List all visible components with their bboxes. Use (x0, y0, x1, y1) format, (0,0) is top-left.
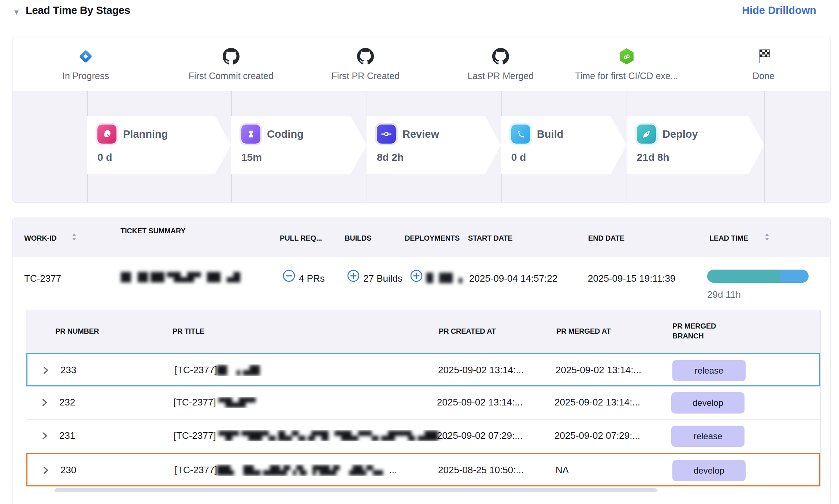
pr-created-at: 2025-08-25 10:50:... (438, 464, 524, 476)
ticket-summary-redacted: █▌▐█ ██ ▀█▄█▀ ▐█▌ ▄█ (121, 272, 240, 282)
col-end-date: END DATE (588, 233, 624, 243)
col-pull-requests: PULL REQ... (280, 233, 322, 243)
branch-badge: develop (671, 392, 745, 414)
pr-title: [TC-2377] ▀█▄█▀▘ (174, 397, 259, 408)
stage-divider (764, 91, 765, 203)
chevron-right-icon[interactable] (39, 397, 49, 409)
pr-title: [TC-2377] ▀█▀ ▀██▀▄ █▄▀▄ ▟▀█ ▝▜█▄▀▀▄ ▄█▀… (174, 430, 449, 441)
milestone-done: Done (701, 37, 826, 81)
col-pr-created-at: PR CREATED AT (439, 326, 496, 336)
rocket-icon (637, 125, 656, 144)
milestone-last-pr-merged: Last PR Merged (438, 37, 563, 81)
stage-name: Coding (267, 128, 304, 140)
checkered-flag-icon (701, 45, 826, 68)
stage-coding[interactable]: Coding 15m (231, 116, 367, 174)
col-pr-merged-at: PR MERGED AT (556, 326, 611, 336)
stage-duration: 21d 8h (637, 152, 764, 163)
stage-name: Planning (123, 128, 168, 140)
milestone-label: First Commit created (169, 71, 293, 81)
pr-title: [TC-2377]█▌ ▗ ▄█▌ (175, 364, 263, 376)
pull-requests-count: 4 PRs (299, 273, 325, 284)
pr-row-231[interactable]: 231 [TC-2377] ▀█▀ ▀██▀▄ █▄▀▄ ▟▀█ ▝▜█▄▀▀▄… (26, 420, 820, 453)
milestone-label: Done (701, 71, 826, 81)
col-work-id: WORK-ID (24, 233, 57, 243)
github-icon (438, 45, 563, 68)
col-pr-title: PR TITLE (172, 326, 204, 336)
milestone-cicd: ∞ Time for first CI/CD exe... (564, 37, 689, 81)
milestone-in-progress: In Progress (23, 37, 148, 81)
lead-time-by-stages-panel: ▼ Lead Time By Stages Hide Drilldown In … (0, 0, 839, 504)
horizontal-scrollbar-thumb[interactable] (55, 488, 657, 492)
pr-created-at: 2025-09-02 07:29:... (437, 430, 523, 441)
pr-number: 230 (60, 464, 76, 476)
expand-deployments-button[interactable] (410, 269, 423, 282)
pr-title: [TC-2377]██▖ ▐█▄ ▄█▙▛ ▞▙ ▐▜█▟▘ ▗█▙▀▄▖ ..… (175, 464, 397, 476)
branch-badge: release (672, 360, 746, 381)
stage-duration: 8d 2h (377, 152, 501, 163)
start-date-value: 2025-09-04 14:57:22 (469, 273, 557, 284)
pr-merged-at: NA (556, 464, 569, 476)
col-ticket-summary: TICKET SUMMARY (120, 226, 186, 236)
pr-number: 233 (60, 364, 76, 376)
col-start-date: START DATE (468, 233, 513, 243)
pr-row-230[interactable]: 230 [TC-2377]██▖ ▐█▄ ▄█▙▛ ▞▙ ▐▜█▟▘ ▗█▙▀▄… (26, 453, 820, 486)
lead-time-bar (707, 270, 809, 283)
stage-planning[interactable]: Planning 0 d (87, 116, 231, 174)
stage-name: Build (537, 128, 564, 140)
branch-badge: develop (672, 460, 746, 481)
pr-row-233[interactable]: 233 [TC-2377]█▌ ▗ ▄█▌ 2025-09-02 13:14:.… (26, 353, 820, 386)
hourglass-icon (241, 125, 260, 144)
collapse-triangle-icon[interactable]: ▼ (13, 8, 20, 16)
stage-duration: 0 d (511, 152, 627, 163)
pr-table: PR NUMBER PR TITLE PR CREATED AT PR MERG… (26, 310, 821, 486)
stages-card: In Progress First Commit created First P… (12, 37, 831, 203)
jira-diamond-icon (23, 45, 148, 68)
github-icon (169, 45, 293, 68)
git-commit-icon (377, 125, 396, 144)
sort-icon[interactable] (71, 233, 77, 243)
pr-created-at: 2025-09-02 13:14:... (438, 364, 524, 376)
col-pr-number: PR NUMBER (55, 326, 99, 336)
branch-badge: release (671, 426, 745, 447)
pr-created-at: 2025-09-02 13:14:... (437, 397, 523, 408)
pr-number: 232 (59, 397, 75, 408)
pr-row-232[interactable]: 232 [TC-2377] ▀█▄█▀▘ 2025-09-02 13:14:..… (26, 386, 820, 420)
sort-icon[interactable] (764, 233, 770, 243)
stage-name: Review (402, 128, 439, 140)
git-branch-icon (511, 125, 530, 144)
milestone-label: In Progress (23, 71, 148, 81)
deployments-redacted: █ ▐█▌ ▖ (426, 273, 466, 283)
col-deployments: DEPLOYMENTS (405, 233, 460, 243)
pr-merged-at: 2025-09-02 07:29:... (554, 430, 640, 441)
stage-duration: 0 d (97, 152, 231, 163)
col-pr-merged-branch: PR MERGED BRANCH (672, 321, 724, 341)
chevron-right-icon[interactable] (40, 365, 51, 377)
chevron-right-icon[interactable] (39, 431, 49, 442)
hide-drilldown-link[interactable]: Hide Drilldown (742, 4, 816, 16)
pr-merged-at: 2025-09-02 13:14:... (556, 364, 641, 376)
page-title: Lead Time By Stages (26, 4, 130, 16)
pr-number: 231 (59, 430, 75, 441)
end-date-value: 2025-09-15 19:11:39 (588, 273, 676, 284)
stage-build[interactable]: Build 0 d (501, 116, 627, 174)
chevron-right-icon[interactable] (40, 465, 51, 477)
milestone-label: First PR Created (303, 71, 428, 81)
milestone-label: Time for first CI/CD exe... (564, 71, 689, 81)
work-items-table: WORK-ID TICKET SUMMARY PULL REQ... BUILD… (12, 217, 831, 504)
expand-builds-button[interactable] (347, 269, 360, 282)
collapse-prs-button[interactable] (282, 269, 296, 282)
lead-time-bar-segment-teal (707, 270, 780, 283)
work-id-value: TC-2377 (24, 273, 61, 284)
stage-name: Deploy (662, 128, 698, 140)
cicd-infinity-icon: ∞ (564, 45, 689, 68)
milestone-label: Last PR Merged (438, 71, 563, 81)
col-builds: BUILDS (345, 233, 371, 243)
stage-deploy[interactable]: Deploy 21d 8h (627, 116, 764, 174)
planning-icon (97, 125, 116, 144)
lead-time-value: 29d 11h (707, 289, 741, 300)
stage-review[interactable]: Review 8d 2h (367, 116, 501, 174)
pr-merged-at: 2025-09-02 13:14:... (554, 397, 640, 408)
stage-duration: 15m (241, 152, 367, 163)
col-lead-time: LEAD TIME (709, 233, 748, 243)
github-icon (303, 45, 428, 68)
